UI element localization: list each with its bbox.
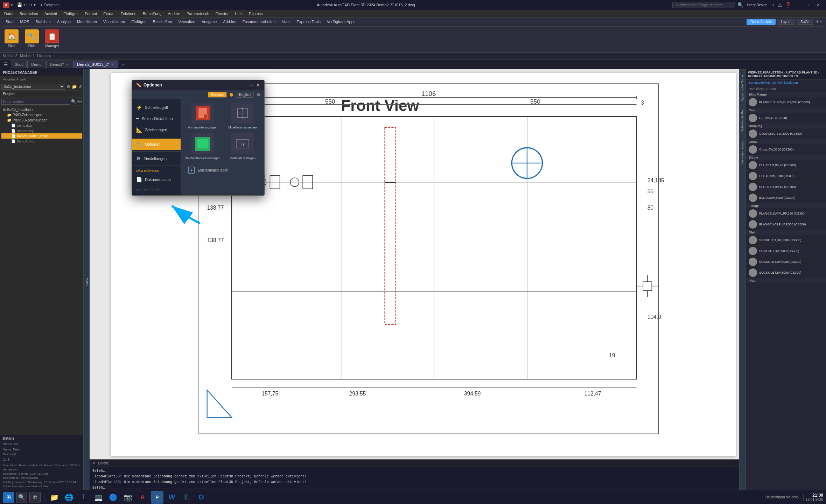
module-tab-licences[interactable]: Licences [37,54,51,58]
ribbon-tab-expresstools[interactable]: Express Tools [294,19,323,25]
item-cross[interactable]: Cross,SW,3000 (CS300) [746,144,826,155]
start-btn[interactable]: ⊞ [3,492,14,503]
rside-tab-substitut[interactable]: Substitut für Ro... [740,104,746,135]
lang-english-btn[interactable]: English [236,92,254,98]
project-search-input[interactable] [1,99,70,105]
taskbar-explorer[interactable]: 📁 [48,491,61,504]
item-ell45-sw[interactable]: ELL,45,SW,3000 (CS300) [746,171,826,182]
ribbon-tab-ausgabe[interactable]: Ausgabe [199,19,219,25]
sidebar-schnellzugriff[interactable]: ⚡ Schnellzugriff [132,102,181,113]
item-ell90-lr[interactable]: ELL 90 LR,BV,40 (CS300) [746,182,826,192]
ribbon-tab-isos[interactable]: ISOS [17,19,32,25]
taskbar-word[interactable]: W [166,491,178,504]
menu-andern[interactable]: Ändern [165,11,183,16]
menu-hilfe[interactable]: Hilfe [232,11,245,16]
option-mittellinien[interactable]: Mittellinien anzeigen [224,103,261,130]
einstellungen-laden-btn[interactable]: Einstellungen laden [184,164,261,176]
item-flange-blind[interactable]: FLANGE BLIND,FL,RF,300 (CS300) [746,97,826,108]
ribbon-tab-verfugbare[interactable]: Verfügbare Apps [324,19,358,25]
search-more-icon[interactable]: ▾ [80,100,82,104]
search-filter-icon[interactable]: ⚙ [77,100,80,104]
view-btn-ortho[interactable]: Ortho-Ansicht [747,19,776,25]
ribbon-btn-sikla2[interactable]: 🔧 Sikla [23,28,41,49]
maximize-button[interactable]: □ [802,1,812,8]
menu-zeichnen[interactable]: Zeichnen [118,11,139,16]
item-sockolet-1[interactable]: SOCKOLET,BV,3000 (CS300) [746,235,826,246]
option-mafstab[interactable]: Tr Maßstab festlegen [224,133,261,161]
ribbon-tab-addins[interactable]: Add-ins [220,19,239,25]
view-more-btn[interactable]: ⚙ ▾ [814,19,823,25]
project-settings-btn[interactable]: ⚙ [66,84,70,89]
search-icon[interactable]: 🔍 [70,98,77,105]
taskbar-excel[interactable]: E [180,491,193,504]
item-ell90-sw[interactable]: ELL 90,SW,3000 (CS300) [746,192,826,203]
menu-bemafung[interactable]: Bemaßung [140,11,164,16]
ribbon-tab-stahlbau[interactable]: Stahlbau [33,19,54,25]
ribbon-tab-zusammenarbeiten[interactable]: Zusammenarbeiten [240,19,279,25]
ribbon-tab-einfugen[interactable]: Einfügen [128,19,149,25]
hamburger-menu[interactable]: ☰ [1,60,10,69]
tab-demo2-su013[interactable]: Demo2_SU013_2* ✕ [73,61,118,68]
tree-item-pid[interactable]: 📁P&ID-Zeichnungen [1,112,82,118]
taskbar-app3[interactable]: 📷 [121,491,134,504]
sidebar-sekundarstahlbau[interactable]: ━ Sekundärstahlbau [132,113,181,124]
rside-tab-information[interactable]: Informationssymb... [740,135,746,168]
item-cap[interactable]: CAP,BV,40 (CS300) [746,113,826,124]
menu-ansicht[interactable]: Ansicht [42,11,60,16]
ribbon-tab-start[interactable]: Start [3,19,16,25]
view-btn-sucri[interactable]: SuCri [797,19,813,25]
dialog-close-btn[interactable]: ✕ [256,82,260,88]
tree-item-root[interactable]: ⊞SuCri_Installation [1,107,82,112]
ribbon-tab-modellieren[interactable]: Modellieren [74,19,100,25]
taskview-btn[interactable]: ⧉ [29,492,41,503]
taskbar-plant3d[interactable]: P [151,491,163,504]
menu-express[interactable]: Express [246,11,266,16]
ribbon-tab-analyse[interactable]: Analyse [54,19,74,25]
tree-item-file2[interactable]: 📄Demo2.dwg [1,128,82,133]
item-flange-sw[interactable]: FLANGE,SW,FL,RF,300 (CS300) [746,208,826,219]
ribbon-tab-visualisieren[interactable]: Visualisieren [100,19,128,25]
item-sockolet-3[interactable]: SOCKOLET,BV,3000 (CS300) [746,257,826,267]
item-socloet-2[interactable]: SOCLOET,BV,3000 (CS300) [746,246,826,257]
ribbon-tab-beschriften[interactable]: Beschriften [150,19,175,25]
dialog-minimize-btn[interactable]: ─ [250,82,253,88]
project-folder-btn[interactable]: 📁 [72,84,77,89]
menu-parametrisch[interactable]: Parametrisch [184,11,212,16]
item-flange-wn[interactable]: FLANGE WN,FL,RF,300 (CS300) [746,219,826,230]
lang-german-btn[interactable]: German [208,92,227,98]
minimize-button[interactable]: ─ [791,1,801,8]
taskbar-clock[interactable]: 21:00 16.01.2025 [806,493,823,502]
search-btn[interactable]: 🔍 [16,492,27,503]
tree-item-file3[interactable]: 📄Demo2_SU013_2.dwg [1,133,82,139]
taskbar-app2[interactable]: 🔵 [107,491,119,504]
add-custom-btn[interactable]: Benutzerdefinierten Teil hinzufügen [746,79,826,86]
menu-einfugen[interactable]: Einfügen [61,11,81,16]
taskbar-teams[interactable]: T [77,491,90,504]
tree-item-file4[interactable]: 📄Demo3.dwg [1,139,82,144]
module-tab-4[interactable]: Module 4 [20,54,34,58]
taskbar-outlook[interactable]: O [195,491,208,504]
ribbon-tab-verwalten[interactable]: Verwalten [176,19,198,25]
sidebar-optionen[interactable]: 🔧 Optionen [132,139,181,150]
module-tab-2[interactable]: Module 2 [3,54,17,58]
project-dropdown[interactable]: SuCri_Installation [1,84,65,90]
tab-demo[interactable]: Demo [27,61,45,68]
ribbon-btn-manager[interactable]: 📋 Manager [43,28,61,49]
user-name[interactable]: IntegaDesign... [747,3,770,7]
tab-start[interactable]: Start [11,61,27,68]
item-ell45-lr[interactable]: ELL,45 LR,BV,40 (CS300) [746,160,826,171]
sidebar-dokumentation[interactable]: 📄 Dokumentation [132,174,181,185]
menu-datei[interactable]: Datei [1,11,16,16]
menu-bearbeiten[interactable]: Bearbeiten [17,11,41,16]
taskbar-autocad[interactable]: A [136,491,149,504]
close-button[interactable]: ✕ [813,1,823,8]
tree-item-file1[interactable]: 📄Demo.dwg [1,123,82,128]
ribbon-btn-sikla[interactable]: 🏠 Sikla [3,28,20,49]
add-tab-button[interactable]: + [119,60,127,69]
tree-item-plant3d[interactable]: 📁Plant 3D-Zeichnungen [1,118,82,123]
rside-tab-dynamic[interactable]: Dynamische Rohle... [740,69,746,104]
view-btn-layout[interactable]: Layout [777,19,795,25]
option-vorderseite[interactable]: Vorderseite anzeigen [184,103,221,130]
option-zeichenbereich[interactable]: Zeichenbereich festlegen [184,133,221,161]
taskbar-browser[interactable]: 🌐 [63,491,75,504]
